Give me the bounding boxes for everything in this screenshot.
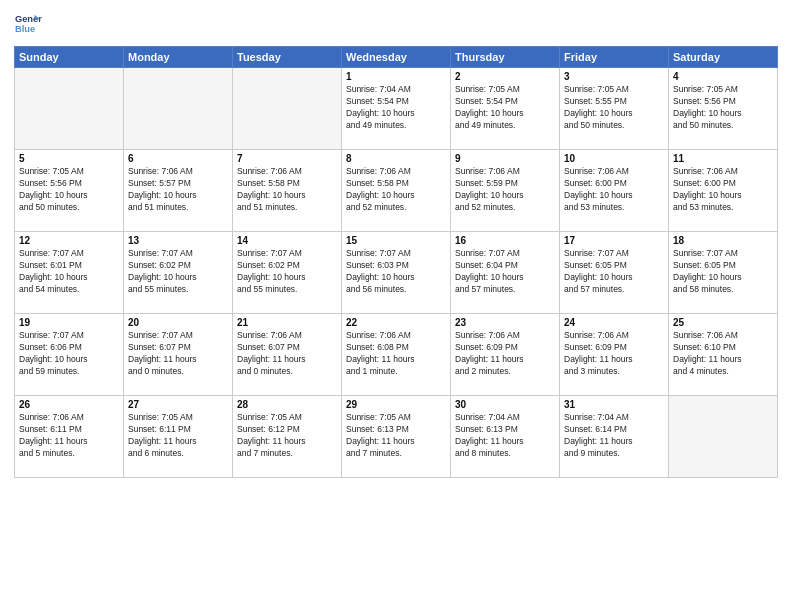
cell-line: Sunset: 5:58 PM [237, 178, 300, 188]
cell-line: Sunrise: 7:06 AM [455, 166, 520, 176]
cell-line: Sunrise: 7:05 AM [19, 166, 84, 176]
cell-line: Sunrise: 7:05 AM [455, 84, 520, 94]
cell-text: Sunrise: 7:07 AMSunset: 6:05 PMDaylight:… [673, 248, 773, 296]
day-number: 1 [346, 71, 446, 82]
calendar-cell: 28Sunrise: 7:05 AMSunset: 6:12 PMDayligh… [233, 396, 342, 478]
cell-text: Sunrise: 7:06 AMSunset: 5:58 PMDaylight:… [237, 166, 337, 214]
cell-text: Sunrise: 7:06 AMSunset: 6:09 PMDaylight:… [564, 330, 664, 378]
cell-line: and 50 minutes. [564, 120, 624, 130]
calendar-cell: 18Sunrise: 7:07 AMSunset: 6:05 PMDayligh… [669, 232, 778, 314]
cell-line: Sunset: 5:57 PM [128, 178, 191, 188]
cell-line: and 55 minutes. [237, 284, 297, 294]
week-row-2: 12Sunrise: 7:07 AMSunset: 6:01 PMDayligh… [15, 232, 778, 314]
cell-line: Sunrise: 7:06 AM [564, 166, 629, 176]
cell-line: Daylight: 11 hours [346, 436, 415, 446]
svg-text:Blue: Blue [15, 24, 35, 34]
cell-line: Sunrise: 7:05 AM [673, 84, 738, 94]
cell-line: and 49 minutes. [346, 120, 406, 130]
calendar-cell: 16Sunrise: 7:07 AMSunset: 6:04 PMDayligh… [451, 232, 560, 314]
cell-line: Sunrise: 7:04 AM [564, 412, 629, 422]
page: General Blue SundayMondayTuesdayWednesda… [0, 0, 792, 612]
cell-line: Sunset: 6:00 PM [564, 178, 627, 188]
cell-line: Sunrise: 7:04 AM [346, 84, 411, 94]
day-number: 24 [564, 317, 664, 328]
cell-text: Sunrise: 7:07 AMSunset: 6:01 PMDaylight:… [19, 248, 119, 296]
cell-line: and 52 minutes. [455, 202, 515, 212]
day-number: 25 [673, 317, 773, 328]
calendar-cell [15, 68, 124, 150]
cell-line: Sunset: 5:54 PM [346, 96, 409, 106]
weekday-header-row: SundayMondayTuesdayWednesdayThursdayFrid… [15, 47, 778, 68]
cell-line: Sunrise: 7:06 AM [673, 166, 738, 176]
cell-line: Sunrise: 7:06 AM [346, 330, 411, 340]
cell-line: Sunset: 5:58 PM [346, 178, 409, 188]
cell-line: Daylight: 10 hours [673, 190, 742, 200]
cell-text: Sunrise: 7:06 AMSunset: 6:07 PMDaylight:… [237, 330, 337, 378]
cell-line: Daylight: 11 hours [128, 436, 197, 446]
weekday-header-friday: Friday [560, 47, 669, 68]
cell-text: Sunrise: 7:07 AMSunset: 6:06 PMDaylight:… [19, 330, 119, 378]
calendar-cell: 9Sunrise: 7:06 AMSunset: 5:59 PMDaylight… [451, 150, 560, 232]
calendar-cell: 14Sunrise: 7:07 AMSunset: 6:02 PMDayligh… [233, 232, 342, 314]
calendar-cell: 29Sunrise: 7:05 AMSunset: 6:13 PMDayligh… [342, 396, 451, 478]
cell-text: Sunrise: 7:05 AMSunset: 5:54 PMDaylight:… [455, 84, 555, 132]
cell-line: Sunset: 6:14 PM [564, 424, 627, 434]
calendar-cell: 22Sunrise: 7:06 AMSunset: 6:08 PMDayligh… [342, 314, 451, 396]
day-number: 11 [673, 153, 773, 164]
calendar-cell: 20Sunrise: 7:07 AMSunset: 6:07 PMDayligh… [124, 314, 233, 396]
cell-line: Sunset: 5:54 PM [455, 96, 518, 106]
day-number: 14 [237, 235, 337, 246]
cell-line: and 53 minutes. [564, 202, 624, 212]
cell-text: Sunrise: 7:05 AMSunset: 5:55 PMDaylight:… [564, 84, 664, 132]
cell-line: Daylight: 10 hours [564, 272, 633, 282]
day-number: 18 [673, 235, 773, 246]
cell-line: and 3 minutes. [564, 366, 620, 376]
calendar-cell: 8Sunrise: 7:06 AMSunset: 5:58 PMDaylight… [342, 150, 451, 232]
calendar-cell: 5Sunrise: 7:05 AMSunset: 5:56 PMDaylight… [15, 150, 124, 232]
week-row-0: 1Sunrise: 7:04 AMSunset: 5:54 PMDaylight… [15, 68, 778, 150]
day-number: 31 [564, 399, 664, 410]
cell-text: Sunrise: 7:05 AMSunset: 5:56 PMDaylight:… [19, 166, 119, 214]
cell-line: Sunset: 6:02 PM [128, 260, 191, 270]
cell-line: and 0 minutes. [237, 366, 293, 376]
calendar-cell: 19Sunrise: 7:07 AMSunset: 6:06 PMDayligh… [15, 314, 124, 396]
weekday-header-monday: Monday [124, 47, 233, 68]
weekday-header-sunday: Sunday [15, 47, 124, 68]
calendar-cell: 31Sunrise: 7:04 AMSunset: 6:14 PMDayligh… [560, 396, 669, 478]
cell-line: Sunset: 6:00 PM [673, 178, 736, 188]
cell-text: Sunrise: 7:06 AMSunset: 6:00 PMDaylight:… [564, 166, 664, 214]
logo: General Blue [14, 10, 42, 38]
cell-line: Sunrise: 7:07 AM [564, 248, 629, 258]
day-number: 21 [237, 317, 337, 328]
cell-line: Daylight: 10 hours [455, 190, 524, 200]
cell-line: Daylight: 11 hours [564, 354, 633, 364]
cell-line: Daylight: 10 hours [128, 190, 197, 200]
cell-line: Sunset: 6:11 PM [19, 424, 82, 434]
cell-line: and 8 minutes. [455, 448, 511, 458]
cell-line: and 56 minutes. [346, 284, 406, 294]
cell-line: Daylight: 10 hours [455, 108, 524, 118]
cell-line: and 1 minute. [346, 366, 398, 376]
cell-line: Sunset: 6:01 PM [19, 260, 82, 270]
cell-line: Sunrise: 7:06 AM [19, 412, 84, 422]
cell-text: Sunrise: 7:07 AMSunset: 6:04 PMDaylight:… [455, 248, 555, 296]
cell-text: Sunrise: 7:05 AMSunset: 6:13 PMDaylight:… [346, 412, 446, 460]
cell-line: Sunset: 5:56 PM [19, 178, 82, 188]
cell-line: and 50 minutes. [673, 120, 733, 130]
cell-text: Sunrise: 7:06 AMSunset: 6:11 PMDaylight:… [19, 412, 119, 460]
logo-icon: General Blue [14, 10, 42, 38]
cell-line: Sunset: 5:59 PM [455, 178, 518, 188]
cell-text: Sunrise: 7:06 AMSunset: 6:10 PMDaylight:… [673, 330, 773, 378]
cell-line: Sunrise: 7:06 AM [237, 166, 302, 176]
cell-line: Sunset: 6:13 PM [455, 424, 518, 434]
cell-line: and 58 minutes. [673, 284, 733, 294]
cell-line: Sunrise: 7:05 AM [128, 412, 193, 422]
calendar-cell: 25Sunrise: 7:06 AMSunset: 6:10 PMDayligh… [669, 314, 778, 396]
day-number: 12 [19, 235, 119, 246]
cell-line: Daylight: 10 hours [128, 272, 197, 282]
cell-line: and 51 minutes. [128, 202, 188, 212]
cell-line: Daylight: 10 hours [673, 272, 742, 282]
cell-line: Daylight: 10 hours [19, 190, 88, 200]
day-number: 19 [19, 317, 119, 328]
cell-text: Sunrise: 7:06 AMSunset: 6:08 PMDaylight:… [346, 330, 446, 378]
